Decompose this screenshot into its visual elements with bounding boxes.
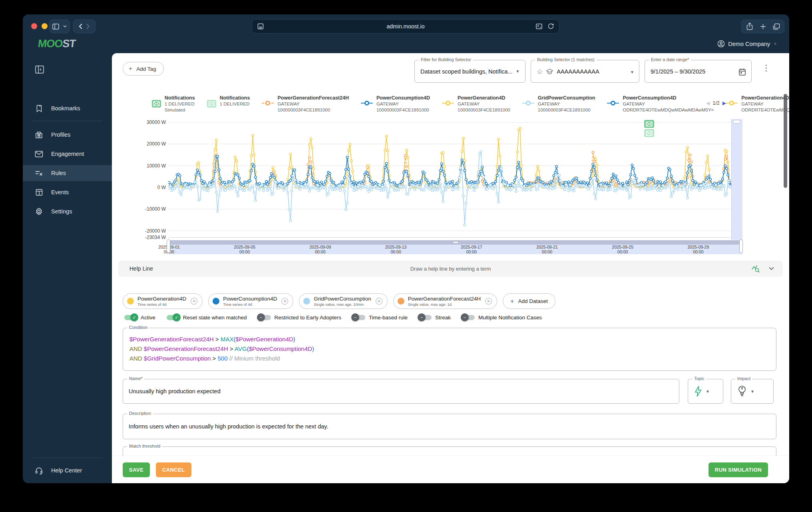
toggle-active[interactable]: ✓Active bbox=[124, 315, 155, 321]
history-nav-group bbox=[73, 20, 96, 33]
sidebar-item-label: Bookmarks bbox=[51, 105, 80, 112]
switch-control[interactable]: − bbox=[258, 315, 271, 320]
field-label: Impact bbox=[735, 376, 752, 381]
range-slider-left-handle[interactable] bbox=[167, 239, 170, 253]
chart-plot-area[interactable] bbox=[168, 119, 742, 240]
lightbulb-icon bbox=[737, 385, 747, 398]
toggle-label: Time-based rule bbox=[369, 315, 408, 321]
remove-dataset-icon[interactable]: ✕ bbox=[376, 298, 382, 305]
switch-control[interactable]: − bbox=[419, 315, 432, 320]
run-simulation-button[interactable]: RUN SIMULATION bbox=[709, 462, 768, 477]
toggle-multiple-notification-cases[interactable]: −Multiple Notification Cases bbox=[462, 315, 542, 321]
legend-entry[interactable]: Notifications1 DELIVERED bbox=[207, 95, 250, 113]
condition-editor[interactable]: Condition $PowerGenerationForecast24H > … bbox=[123, 328, 776, 371]
field-value: AAAAAAAAAAA bbox=[557, 68, 599, 75]
toggle-streak[interactable]: −Streak bbox=[419, 315, 451, 321]
dataset-chip[interactable]: PowerConsumption4DTime series of 4d✕ bbox=[208, 293, 293, 309]
legend-title: GridPowerConsumption bbox=[538, 95, 595, 101]
address-bar[interactable]: admin.moost.io bbox=[252, 19, 559, 34]
remove-dataset-icon[interactable]: ✕ bbox=[281, 298, 288, 305]
add-tag-button[interactable]: +Add Tag bbox=[123, 62, 164, 76]
legend-entry[interactable]: PowerGeneration4DGATEWAYODRDRTE4OTEwMDQw… bbox=[726, 95, 789, 113]
account-menu[interactable]: Demo Company ▼ bbox=[717, 40, 777, 48]
tabs-overview-icon[interactable] bbox=[773, 23, 780, 30]
sidebar-item-bookmarks[interactable]: Bookmarks bbox=[23, 100, 112, 116]
description-field[interactable]: Description Informs users when an unusua… bbox=[123, 414, 776, 439]
legend-prev-icon[interactable]: ◀ bbox=[706, 100, 710, 106]
page-scrollbar-thumb[interactable] bbox=[784, 94, 787, 188]
building-selector[interactable]: Building Selector (1 matches) ☆ AAAAAAAA… bbox=[531, 60, 639, 83]
condition-line: AND $PowerGenerationForecast24H > AVG($P… bbox=[129, 344, 314, 354]
new-tab-icon[interactable] bbox=[760, 24, 766, 30]
legend-entry[interactable]: PowerGeneration4DGATEWAY100000003F4CE189… bbox=[442, 95, 510, 113]
sidebar-item-rules[interactable]: Rules bbox=[23, 165, 112, 181]
range-slider-right-handle[interactable] bbox=[739, 239, 743, 253]
toggle-restricted-to-early-adopters[interactable]: −Restricted to Early Adopters bbox=[258, 315, 341, 321]
chart-range-slider[interactable] bbox=[168, 240, 742, 245]
switch-control[interactable]: − bbox=[462, 315, 475, 320]
star-icon[interactable]: ☆ bbox=[537, 67, 543, 76]
legend-line2: GATEWAY bbox=[458, 101, 510, 107]
sidebar-item-events[interactable]: Events bbox=[23, 184, 112, 200]
topic-select[interactable]: Topic ▼ bbox=[688, 379, 723, 404]
dataset-chip[interactable]: GridPowerConsumptionSingle value, max ag… bbox=[299, 293, 387, 309]
help-line-bar[interactable]: Help Line Draw a help line by entering a… bbox=[118, 261, 783, 277]
legend-entry[interactable]: PowerConsumption4DGATEWAY100000003F4CE18… bbox=[361, 95, 430, 113]
reader-icon[interactable] bbox=[257, 23, 264, 30]
switch-control[interactable]: − bbox=[352, 315, 365, 320]
headset-icon bbox=[35, 466, 43, 475]
add-dataset-button[interactable]: +Add Dataset bbox=[503, 293, 555, 309]
legend-entry[interactable]: PowerGenerationForecast24HGATEWAY1000000… bbox=[262, 95, 349, 113]
description-value[interactable]: Informs users when an unusually high pro… bbox=[129, 423, 328, 430]
close-window-button[interactable] bbox=[31, 23, 37, 29]
translate-icon[interactable] bbox=[535, 23, 543, 30]
building-filter-select[interactable]: Filter for Building Selector Dataset sco… bbox=[414, 60, 525, 83]
browser-sidebar-icon bbox=[52, 24, 59, 30]
switch-control[interactable]: ✓ bbox=[124, 315, 137, 320]
checklist-icon bbox=[35, 169, 43, 177]
legend-entry[interactable]: PowerConsumption4DGATEWAYODRDRTE4OTEwMDQ… bbox=[607, 95, 714, 113]
chevron-down-icon[interactable] bbox=[769, 267, 774, 270]
reload-icon[interactable] bbox=[547, 23, 554, 30]
remove-dataset-icon[interactable]: ✕ bbox=[485, 298, 492, 305]
collapse-panel-icon bbox=[35, 65, 44, 74]
back-button[interactable] bbox=[79, 24, 82, 29]
toggle-reset-state-when-matched[interactable]: ✓Reset state when matched bbox=[167, 315, 247, 321]
x-axis-tick-label: 2025-09-2900:00 bbox=[688, 245, 709, 254]
legend-entry[interactable]: Notifications1 DELIVEREDSimulated bbox=[152, 95, 195, 113]
rule-name-value[interactable]: Unusually high production expected bbox=[129, 388, 221, 394]
chart-legend: Notifications1 DELIVEREDSimulatedNotific… bbox=[152, 95, 703, 113]
impact-select[interactable]: Impact ▼ bbox=[731, 379, 774, 404]
sidebar-item-settings[interactable]: Settings bbox=[23, 203, 112, 219]
range-slider-grip[interactable] bbox=[453, 241, 459, 244]
toggle-time-based-rule[interactable]: −Time-based rule bbox=[352, 315, 408, 321]
sidebar-collapse-button[interactable] bbox=[35, 65, 45, 75]
condition-expression[interactable]: $PowerGenerationForecast24H > MAX($Power… bbox=[129, 335, 314, 363]
chart-selection-band[interactable] bbox=[731, 119, 742, 240]
legend-next-icon[interactable]: ▶ bbox=[722, 100, 726, 106]
calendar-icon[interactable] bbox=[738, 68, 746, 76]
sidebar-toggle-group[interactable] bbox=[49, 20, 70, 33]
sidebar-item-profiles[interactable]: Profiles bbox=[23, 127, 112, 143]
sidebar-item-engagement[interactable]: Engagement bbox=[23, 146, 112, 162]
trend-search-icon[interactable] bbox=[751, 264, 760, 273]
minimize-window-button[interactable] bbox=[42, 23, 48, 29]
save-button[interactable]: SAVE bbox=[123, 462, 150, 477]
share-icon[interactable] bbox=[746, 22, 753, 30]
forward-button[interactable] bbox=[86, 24, 90, 29]
dataset-chip[interactable]: PowerGenerationForecast24HSingle value, … bbox=[393, 293, 497, 309]
sidebar-item-label: Events bbox=[51, 189, 69, 195]
chevron-down-icon: ▼ bbox=[516, 69, 520, 74]
x-axis-tick-label: 2025-09-1700:00 bbox=[461, 245, 482, 254]
x-axis-tick-label: 2025-09-0500:00 bbox=[234, 245, 255, 254]
switch-control[interactable]: ✓ bbox=[167, 315, 179, 320]
date-range-field[interactable]: Enter a date range* 9/1/2025 – 9/30/2025 bbox=[645, 60, 752, 83]
chart-selection-handle[interactable] bbox=[733, 120, 740, 124]
legend-entry[interactable]: GridPowerConsumptionGATEWAY100000003F4CE… bbox=[522, 95, 595, 113]
sidebar-item-help-center[interactable]: Help Center bbox=[23, 462, 112, 478]
remove-dataset-icon[interactable]: ✕ bbox=[191, 298, 197, 305]
more-options-button[interactable]: ⋮ bbox=[762, 64, 770, 72]
dataset-chip[interactable]: PowerGeneration4DTime series of 4d✕ bbox=[123, 293, 203, 309]
cancel-button[interactable]: CANCEL bbox=[156, 462, 191, 477]
rule-name-field[interactable]: Name* Unusually high production expected bbox=[123, 379, 679, 404]
